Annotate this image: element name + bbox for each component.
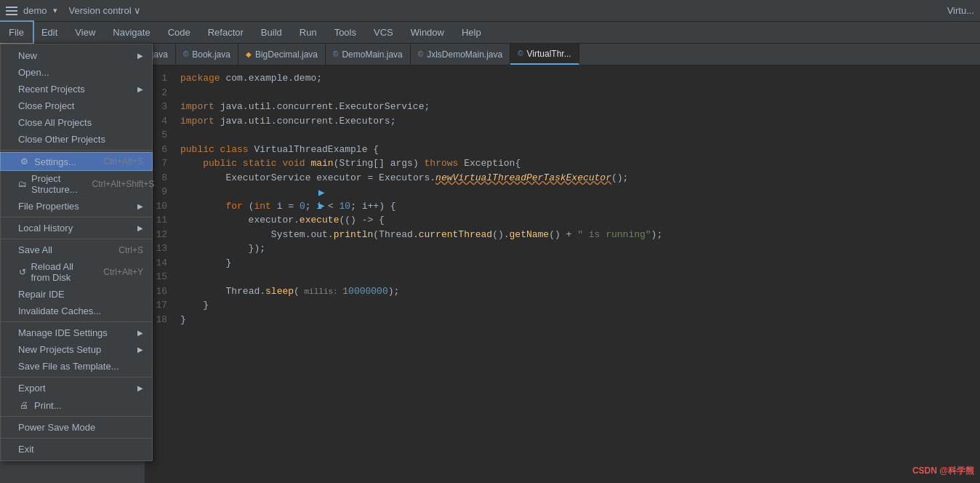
tab-bigdecimal[interactable]: ◆ BigDecimal.java: [238, 44, 326, 65]
menu-item-repair-ide[interactable]: Repair IDE: [1, 286, 152, 303]
code-line-6: 6 public class VirtualThreadExample {: [145, 143, 980, 157]
menu-item-close-project[interactable]: Close Project: [1, 97, 152, 114]
code-line-11: 11 executor.execute(() -> {: [145, 213, 980, 228]
menu-file-label: File: [9, 27, 24, 38]
tab-jxls-label: JxlsDemoMain.java: [427, 49, 502, 60]
code-line-18: 18 }: [145, 313, 980, 327]
menu-item-close-other[interactable]: Close Other Projects: [1, 131, 152, 148]
new-arrow-icon: ▶: [137, 52, 143, 60]
code-line-15: 15: [145, 270, 980, 284]
code-line-10: 10 for (int i = 0; i < 10; i++) {: [145, 199, 980, 214]
menu-navigate-label: Navigate: [113, 27, 150, 38]
menu-file[interactable]: File: [0, 22, 33, 43]
new-label: New: [18, 50, 37, 61]
menu-vcs-label: VCS: [374, 27, 393, 38]
menu-item-project-structure[interactable]: 🗂 Project Structure... Ctrl+Alt+Shift+S: [1, 170, 152, 198]
code-line-2: 2: [145, 86, 980, 100]
repair-ide-label: Repair IDE: [18, 289, 65, 300]
manage-ide-label: Manage IDE Settings: [18, 327, 108, 338]
close-all-label: Close All Projects: [18, 117, 92, 128]
menu-edit[interactable]: Edit: [33, 22, 66, 43]
menu-item-print[interactable]: 🖨 Print...: [1, 396, 152, 414]
manage-ide-arrow-icon: ▶: [137, 329, 143, 337]
vcs-label[interactable]: Version control ∨: [69, 5, 142, 16]
tab-jxlsdemomain[interactable]: © JxlsDemoMain.java: [411, 44, 510, 65]
new-projects-setup-arrow-icon: ▶: [137, 346, 143, 354]
open-label: Open...: [18, 67, 49, 78]
reload-shortcut: Ctrl+Alt+Y: [103, 267, 143, 277]
tab-demomain[interactable]: © DemoMain.java: [326, 44, 411, 65]
close-project-label: Close Project: [18, 100, 74, 111]
menu-item-save-all[interactable]: Save All Ctrl+S: [1, 242, 152, 258]
menu-build[interactable]: Build: [252, 22, 291, 43]
menu-view[interactable]: View: [66, 22, 104, 43]
tab-virtualthread[interactable]: © VirtualThr...: [510, 44, 579, 65]
code-line-13: 13 });: [145, 242, 980, 256]
menu-item-exit[interactable]: Exit: [1, 441, 152, 458]
sep-5: [1, 377, 152, 378]
sep-6: [1, 416, 152, 417]
menu-view-label: View: [75, 27, 95, 38]
code-line-12: 12 System.out.println(Thread.currentThre…: [145, 228, 980, 242]
print-icon: 🖨: [18, 399, 30, 411]
menu-item-file-properties[interactable]: File Properties ▶: [1, 198, 152, 215]
menu-help-label: Help: [462, 27, 481, 38]
sep-3: [1, 239, 152, 239]
sep-4: [1, 322, 152, 322]
menu-refactor-label: Refactor: [208, 27, 244, 38]
tab-virtual-label: VirtualThr...: [527, 49, 571, 59]
project-structure-shortcut: Ctrl+Alt+Shift+S: [92, 179, 155, 189]
title-bar-right: Virtu...: [947, 5, 974, 16]
file-menu-panel: New ▶ Open... Recent Projects ▶ Close Pr…: [0, 44, 153, 461]
menu-code[interactable]: Code: [159, 22, 199, 43]
menu-navigate[interactable]: Navigate: [104, 22, 158, 43]
file-properties-arrow-icon: ▶: [137, 202, 143, 210]
menu-item-export[interactable]: Export ▶: [1, 380, 152, 396]
save-file-template-label: Save File as Template...: [18, 361, 119, 372]
settings-icon: ⚙: [18, 156, 30, 167]
new-projects-setup-label: New Projects Setup: [18, 344, 101, 355]
menu-refactor[interactable]: Refactor: [199, 22, 252, 43]
project-dropdown-icon[interactable]: ▾: [53, 6, 57, 15]
project-name[interactable]: demo: [23, 5, 47, 16]
code-line-4: 4 import java.util.concurrent.Executors;: [145, 114, 980, 129]
menu-window[interactable]: Window: [402, 22, 453, 43]
settings-label: Settings...: [34, 156, 76, 167]
menu-item-settings[interactable]: ⚙ Settings... Ctrl+Alt+S: [1, 153, 152, 170]
recent-projects-arrow-icon: ▶: [137, 85, 143, 93]
menu-item-reload-all[interactable]: ↺ Reload All from Disk Ctrl+Alt+Y: [1, 258, 152, 286]
tab-book[interactable]: © Book.java: [176, 44, 238, 65]
sep-2: [1, 217, 152, 217]
menu-window-label: Window: [411, 27, 444, 38]
menu-item-local-history[interactable]: Local History ▶: [1, 220, 152, 236]
menu-run[interactable]: Run: [291, 22, 326, 43]
tab-virtual-icon: ©: [518, 49, 523, 57]
menu-vcs[interactable]: VCS: [365, 22, 402, 43]
title-bar-left: demo ▾ Version control ∨: [6, 5, 141, 16]
code-editor[interactable]: ▶ ▶ 1 package com.example.demo; 2 3 impo…: [145, 65, 980, 483]
code-line-8: 8 ExecutorService executor = Executors.n…: [145, 171, 980, 185]
title-bar: demo ▾ Version control ∨ Virtu...: [0, 0, 980, 22]
menu-item-new-projects-setup[interactable]: New Projects Setup ▶: [1, 341, 152, 358]
menu-item-open[interactable]: Open...: [1, 64, 152, 81]
menu-item-new[interactable]: New ▶: [1, 47, 152, 64]
hamburger-menu-icon[interactable]: [6, 7, 17, 15]
menu-item-recent-projects[interactable]: Recent Projects ▶: [1, 81, 152, 97]
tab-bigdecimal-label: BigDecimal.java: [255, 49, 318, 60]
menu-code-label: Code: [168, 27, 190, 38]
menu-item-power-save[interactable]: Power Save Mode: [1, 419, 152, 436]
local-history-arrow-icon: ▶: [137, 224, 143, 232]
menu-build-label: Build: [261, 27, 282, 38]
tab-demomain-icon: ©: [333, 50, 338, 58]
save-all-shortcut: Ctrl+S: [119, 245, 143, 255]
settings-shortcut: Ctrl+Alt+S: [103, 156, 143, 167]
code-line-1: 1 package com.example.demo;: [145, 71, 980, 86]
menu-item-close-all[interactable]: Close All Projects: [1, 114, 152, 131]
print-label: Print...: [34, 400, 62, 411]
menu-item-manage-ide[interactable]: Manage IDE Settings ▶: [1, 324, 152, 341]
menu-item-invalidate[interactable]: Invalidate Caches...: [1, 303, 152, 319]
menu-help[interactable]: Help: [453, 22, 490, 43]
menu-item-save-file-template[interactable]: Save File as Template...: [1, 358, 152, 375]
invalidate-label: Invalidate Caches...: [18, 306, 101, 316]
menu-tools[interactable]: Tools: [326, 22, 365, 43]
